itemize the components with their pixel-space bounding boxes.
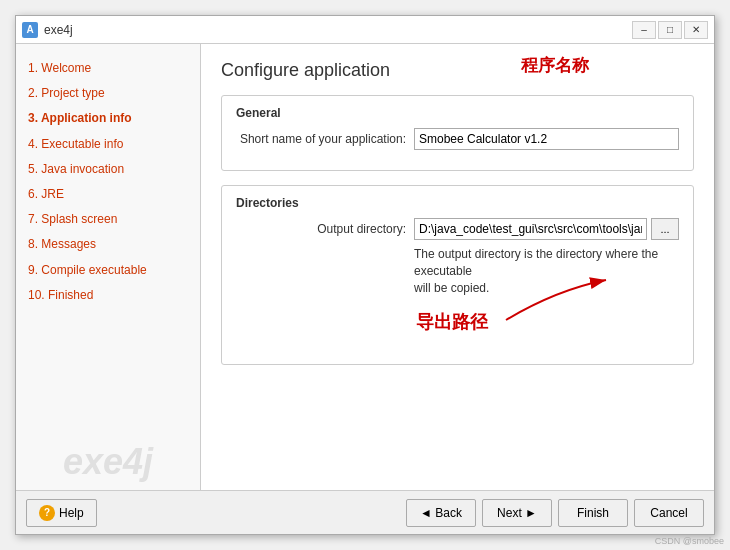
sidebar-item-executable-info[interactable]: 4. Executable info — [16, 132, 200, 157]
sidebar-item-java-invocation[interactable]: 5. Java invocation — [16, 157, 200, 182]
sidebar-item-splash-screen[interactable]: 7. Splash screen — [16, 207, 200, 232]
title-controls: – □ ✕ — [632, 21, 708, 39]
title-bar-left: A exe4j — [22, 22, 73, 38]
finish-button[interactable]: Finish — [558, 499, 628, 527]
short-name-input[interactable] — [414, 128, 679, 150]
directories-section: Directories Output directory: ... The ou… — [221, 185, 694, 365]
close-button[interactable]: ✕ — [684, 21, 708, 39]
directories-section-label: Directories — [236, 196, 679, 210]
dir-input-area: ... — [414, 218, 679, 240]
footer-left: ? Help — [26, 499, 97, 527]
short-name-row: Short name of your application: — [236, 128, 679, 150]
short-name-label: Short name of your application: — [236, 132, 406, 146]
sidebar: 1. Welcome 2. Project type 3. Applicatio… — [16, 44, 201, 490]
panel-title: Configure application — [221, 60, 694, 81]
path-annotation: 导出路径 — [416, 310, 488, 334]
annotation-area: 导出路径 — [236, 300, 679, 350]
minimize-button[interactable]: – — [632, 21, 656, 39]
cancel-button[interactable]: Cancel — [634, 499, 704, 527]
sidebar-item-application-info[interactable]: 3. Application info — [16, 106, 200, 131]
sidebar-item-jre[interactable]: 6. JRE — [16, 182, 200, 207]
back-button[interactable]: ◄ Back — [406, 499, 476, 527]
maximize-button[interactable]: □ — [658, 21, 682, 39]
app-icon: A — [22, 22, 38, 38]
sidebar-item-finished[interactable]: 10. Finished — [16, 283, 200, 308]
general-section-label: General — [236, 106, 679, 120]
output-dir-input[interactable] — [414, 218, 647, 240]
next-button[interactable]: Next ► — [482, 499, 552, 527]
footer: ? Help ◄ Back Next ► Finish Cancel — [16, 490, 714, 534]
general-section: General Short name of your application: — [221, 95, 694, 171]
credit-watermark: CSDN @smobee — [655, 536, 724, 546]
title-annotation: 程序名称 — [521, 54, 589, 77]
help-button[interactable]: ? Help — [26, 499, 97, 527]
sidebar-watermark: exe4j — [16, 444, 200, 480]
help-icon: ? — [39, 505, 55, 521]
sidebar-item-welcome[interactable]: 1. Welcome — [16, 56, 200, 81]
sidebar-item-compile-executable[interactable]: 9. Compile executable — [16, 258, 200, 283]
main-panel: Configure application 程序名称 General Short… — [201, 44, 714, 490]
content-area: 1. Welcome 2. Project type 3. Applicatio… — [16, 44, 714, 490]
output-dir-label: Output directory: — [236, 222, 406, 236]
arrow-svg — [496, 270, 626, 330]
footer-right: ◄ Back Next ► Finish Cancel — [406, 499, 704, 527]
window-title: exe4j — [44, 23, 73, 37]
panel-title-area: Configure application 程序名称 — [221, 60, 694, 81]
output-dir-row: Output directory: ... — [236, 218, 679, 240]
title-bar: A exe4j – □ ✕ — [16, 16, 714, 44]
sidebar-item-messages[interactable]: 8. Messages — [16, 232, 200, 257]
browse-button[interactable]: ... — [651, 218, 679, 240]
main-window: A exe4j – □ ✕ 1. Welcome 2. Project type… — [15, 15, 715, 535]
sidebar-item-project-type[interactable]: 2. Project type — [16, 81, 200, 106]
